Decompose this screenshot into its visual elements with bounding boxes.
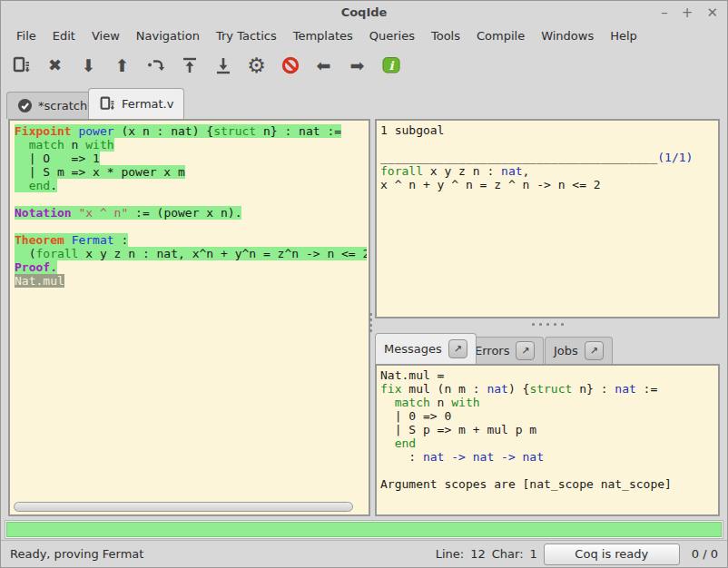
close-icon: ✖: [48, 57, 62, 73]
maximize-icon[interactable]: +: [682, 6, 694, 20]
code-line: (forall x y z n : nat, x^n + y^n = z^n -…: [15, 247, 367, 260]
menu-queries[interactable]: Queries: [361, 27, 423, 44]
close-icon[interactable]: ✕: [706, 6, 718, 20]
code-line: [15, 192, 367, 206]
interrupt-button[interactable]: [275, 51, 305, 81]
close-buffer-button[interactable]: ✖: [40, 51, 70, 81]
about-icon: i: [381, 55, 401, 75]
next-button[interactable]: ➡: [342, 51, 372, 81]
detach-button[interactable]: ↗: [516, 341, 535, 360]
step-backward-icon: ⬆: [115, 57, 130, 74]
step-backward-button[interactable]: ⬆: [107, 51, 137, 81]
code-line: end: [380, 436, 718, 450]
previous-icon: ⬅: [317, 57, 331, 74]
messages-pane[interactable]: Nat.mul =fix mul (n m : nat) {struct n} …: [375, 364, 720, 516]
code-line: Fixpoint power (x n : nat) {struct n} : …: [15, 124, 367, 138]
interrupt-icon: [280, 55, 300, 75]
status-bar: Ready, proving Fermat Line: 12 Char: 1 C…: [1, 540, 727, 567]
menu-view[interactable]: View: [84, 27, 128, 44]
fully-check-button[interactable]: ⚙: [241, 51, 271, 81]
tab-label: Messages: [384, 342, 442, 356]
char-value: 1: [530, 547, 537, 561]
code-line: [380, 137, 718, 151]
detach-button[interactable]: ↗: [448, 339, 467, 358]
step-forward-button[interactable]: ⬇: [74, 51, 103, 81]
goal-counter: 0 / 0: [686, 547, 718, 561]
tab-label: *scratch*: [38, 99, 93, 113]
about-button[interactable]: i: [376, 51, 406, 81]
menu-file[interactable]: File: [8, 27, 44, 44]
code-line: _______________________________________(…: [380, 151, 718, 164]
go-to-end-icon: [213, 55, 233, 75]
go-to-cursor-button[interactable]: [141, 51, 171, 81]
code-line: Nat.mul: [15, 274, 367, 288]
code-line: match n with: [15, 138, 367, 152]
detach-button[interactable]: ↗: [585, 341, 604, 360]
code-line: | O => 1: [15, 152, 367, 165]
coqide-window: CoqIde – + ✕ File Edit View Navigation T…: [0, 0, 728, 568]
menu-navigation[interactable]: Navigation: [128, 27, 208, 44]
goal-pane[interactable]: 1 subgoal ______________________________…: [375, 119, 720, 318]
check-circle-icon: [17, 98, 33, 113]
save-icon: [12, 55, 32, 75]
next-icon: ➡: [350, 57, 365, 74]
char-label: Char:: [492, 547, 524, 561]
restart-icon: [180, 55, 200, 75]
line-value: 12: [470, 547, 486, 561]
coq-status-button[interactable]: Coq is ready: [544, 544, 680, 565]
toolbar: ✖ ⬇ ⬆ ⚙: [1, 46, 727, 84]
code-line: | S m => x * power x m: [15, 165, 367, 179]
minimize-icon[interactable]: –: [661, 6, 668, 20]
restart-button[interactable]: [174, 51, 204, 81]
menu-compile[interactable]: Compile: [468, 27, 533, 44]
tab-messages[interactable]: Messages ↗: [375, 333, 477, 364]
menu-help[interactable]: Help: [602, 27, 645, 44]
status-right: Line: 12 Char: 1 Coq is ready 0 / 0: [436, 544, 718, 565]
progress-fill: [6, 522, 722, 537]
vertical-splitter[interactable]: [369, 311, 373, 333]
go-to-cursor-icon: [146, 55, 166, 75]
progress-bar: [5, 520, 723, 539]
tab-jobs[interactable]: Jobs ↗: [545, 337, 613, 364]
menu-edit[interactable]: Edit: [44, 27, 84, 44]
menu-try-tactics[interactable]: Try Tactics: [208, 27, 285, 44]
code-line: Theorem Fermat :: [15, 233, 367, 247]
previous-button[interactable]: ⬅: [309, 51, 339, 81]
script-editor-text[interactable]: Fixpoint power (x n : nat) {struct n} : …: [12, 122, 367, 499]
code-line: 1 subgoal: [380, 123, 718, 137]
horizontal-splitter[interactable]: [375, 318, 720, 330]
tab-label: Jobs: [554, 344, 578, 357]
code-line: fix mul (n m : nat) {struct n} : nat :=: [380, 382, 718, 396]
code-line: : nat -> nat -> nat: [380, 450, 718, 464]
horizontal-scrollbar[interactable]: [14, 502, 353, 512]
code-line: Proof.: [15, 260, 367, 274]
code-line: x ^ n + y ^ n = z ^ n -> n <= 2: [380, 178, 718, 191]
fully-check-icon: ⚙: [247, 55, 266, 76]
save-icon: [99, 95, 116, 113]
detach-icon: ↗: [521, 345, 529, 357]
code-line: Nat.mul =: [380, 368, 718, 382]
message-tab-bar: Messages ↗ Errors ↗ Jobs ↗: [375, 330, 720, 364]
window-controls: – + ✕: [661, 1, 718, 24]
code-line: | 0 => 0: [380, 409, 718, 423]
menu-tools[interactable]: Tools: [423, 27, 468, 44]
tab-errors[interactable]: Errors ↗: [466, 337, 544, 364]
code-line: end.: [15, 179, 367, 192]
code-line: [15, 220, 367, 233]
step-forward-icon: ⬇: [82, 57, 96, 74]
line-label: Line:: [436, 547, 464, 561]
menu-windows[interactable]: Windows: [533, 27, 602, 44]
menu-templates[interactable]: Templates: [285, 27, 361, 44]
status-message: Ready, proving Fermat: [10, 547, 436, 561]
save-button[interactable]: [6, 51, 36, 81]
code-line: Notation "x ^ n" := (power x n).: [15, 206, 367, 220]
document-tab-bar: *scratch* Fermat.v: [1, 84, 727, 119]
detach-icon: ↗: [454, 343, 462, 355]
window-title: CoqIde: [1, 1, 727, 24]
tab-fermat[interactable]: Fermat.v: [88, 88, 184, 119]
title-bar: CoqIde – + ✕: [1, 1, 727, 24]
tab-label: Errors: [475, 344, 509, 357]
script-editor-pane[interactable]: Fixpoint power (x n : nat) {struct n} : …: [8, 119, 370, 516]
go-to-end-button[interactable]: [208, 51, 238, 81]
tab-label: Fermat.v: [122, 97, 173, 111]
